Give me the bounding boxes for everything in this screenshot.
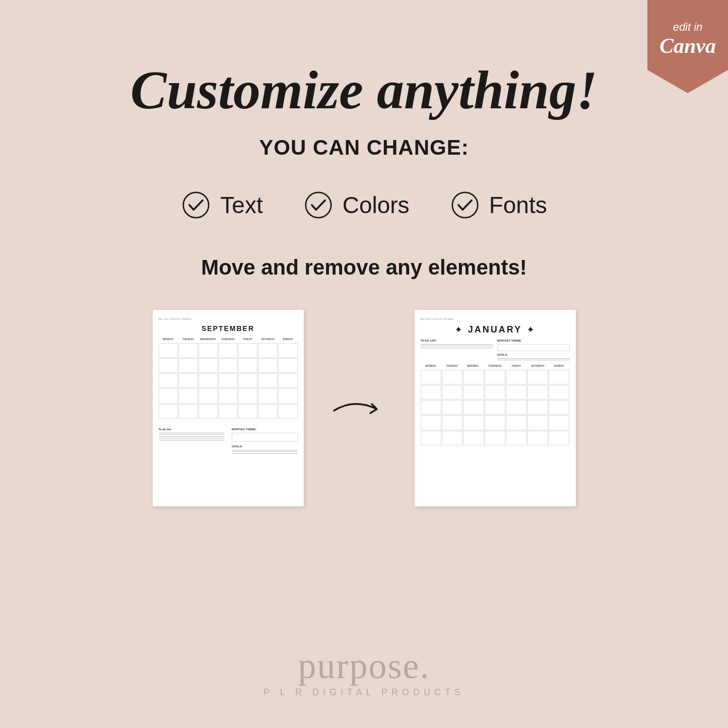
- cal-cell: [178, 404, 198, 419]
- sparkle-right: ✦: [527, 325, 535, 335]
- cal-cell: [159, 404, 178, 419]
- cal-cell: [258, 404, 278, 419]
- cal-cell: [218, 343, 238, 358]
- cal-line: [232, 450, 298, 450]
- cal-cell: [442, 385, 462, 400]
- cal-day-mon: MONDAY: [159, 337, 178, 342]
- cal-day-thu: THURSDAY: [218, 337, 238, 342]
- before-days-header: MONDAY TUESDAY WEDNESDAY THURSDAY FRIDAY…: [159, 337, 298, 342]
- cal-cell: [238, 358, 258, 373]
- after-theme-label: MONTHLY THEME:: [497, 339, 570, 342]
- arrow-icon: [329, 393, 389, 423]
- cal-cell: [218, 373, 238, 388]
- cal-cell: [278, 343, 298, 358]
- before-todo-label: To-do list:: [159, 428, 225, 431]
- cal-cell: [198, 404, 218, 419]
- after-month-title: ✦ JANUARY ✦: [421, 324, 570, 335]
- after-calendar: My year Lifestyle Wellness ✦ JANUARY ✦ T…: [415, 310, 576, 506]
- before-theme-goals-section: MONTHLY THEME: GOALS:: [232, 428, 298, 454]
- cal-cell: [238, 373, 258, 388]
- before-goals-lines: [232, 450, 298, 454]
- cal-cell: [238, 388, 258, 403]
- cal-cell: [463, 431, 484, 445]
- check-item-text: Text: [181, 190, 262, 220]
- after-todo-lines: [421, 344, 493, 348]
- cal-cell: [506, 385, 526, 400]
- cal-cell: [506, 431, 526, 445]
- cal-day-sat: SATURDAY: [258, 337, 278, 342]
- cal-day-fri-after: FRIDAY: [506, 363, 526, 368]
- main-title: Customize anything!: [130, 60, 598, 120]
- before-month-title: SEPTEMBER: [159, 324, 298, 333]
- check-item-colors: Colors: [303, 190, 410, 220]
- check-icon-text: [181, 190, 211, 220]
- cal-cell: [463, 370, 484, 384]
- before-goals-label: GOALS:: [232, 445, 298, 448]
- check-label-text: Text: [220, 191, 262, 219]
- cal-day-fri: FRIDAY: [238, 337, 258, 342]
- cal-cell: [198, 373, 218, 388]
- cal-cell: [549, 431, 569, 445]
- main-container: edit in Canva Customize anything! YOU CA…: [0, 0, 728, 728]
- cal-cell: [527, 415, 548, 430]
- after-top-bar: My year Lifestyle Wellness: [421, 317, 570, 320]
- check-icon-colors: [303, 190, 334, 220]
- cal-day-thu-after: THURSDAY: [485, 363, 505, 368]
- before-todo-lines: [159, 433, 225, 440]
- cal-cell: [178, 373, 198, 388]
- cal-cell: [258, 388, 278, 403]
- cal-cell: [527, 370, 548, 384]
- cal-line: [159, 436, 225, 437]
- after-goals-lines: [497, 358, 570, 360]
- check-item-fonts: Fonts: [450, 190, 547, 220]
- svg-point-1: [305, 192, 330, 218]
- checklist-row: Text Colors Fonts: [181, 190, 547, 220]
- check-icon-fonts: [450, 190, 480, 220]
- after-goals-label: GOALS:: [497, 353, 570, 356]
- cal-cell: [159, 343, 178, 358]
- svg-point-0: [183, 192, 209, 218]
- cal-cell: [278, 404, 298, 419]
- brand-footer: purpose. P L R digital products: [263, 645, 465, 698]
- cal-cell: [258, 358, 278, 373]
- cal-cell: [485, 370, 505, 384]
- cal-cell: [549, 385, 569, 400]
- brand-tagline: P L R digital products: [263, 687, 465, 698]
- cal-cell: [218, 358, 238, 373]
- after-cal-grid: [421, 370, 570, 445]
- cal-cell: [159, 358, 178, 373]
- cal-cell: [278, 373, 298, 388]
- arrow-container: [329, 393, 389, 423]
- cal-cell: [421, 431, 441, 445]
- cal-cell: [238, 343, 258, 358]
- svg-point-2: [452, 192, 477, 218]
- cal-cell: [506, 400, 526, 415]
- before-calendar: My year Lifestyle Wellness SEPTEMBER MON…: [153, 310, 304, 506]
- cal-line: [159, 440, 225, 440]
- cal-cell: [258, 373, 278, 388]
- cal-day-sun: SUNDAY: [278, 337, 298, 342]
- cal-cell: [421, 415, 441, 430]
- cal-line: [497, 358, 570, 359]
- before-todo-section: To-do list:: [159, 428, 225, 454]
- cal-cell: [421, 400, 441, 415]
- cal-day-tue: TUESDAY: [178, 337, 198, 342]
- check-label-fonts: Fonts: [489, 191, 547, 219]
- cal-cell: [421, 385, 441, 400]
- canva-text: Canva: [659, 34, 716, 58]
- cal-cell: [442, 431, 462, 445]
- cal-cell: [506, 415, 526, 430]
- cal-cell: [463, 400, 484, 415]
- cal-cell: [442, 415, 462, 430]
- cal-cell: [218, 388, 238, 403]
- move-text: Move and remove any elements!: [201, 255, 527, 280]
- subtitle: YOU CAN CHANGE:: [259, 136, 469, 160]
- cal-cell: [159, 388, 178, 403]
- edit-in-text: edit in: [673, 21, 703, 34]
- cal-line: [159, 434, 225, 435]
- cal-cell: [549, 415, 569, 430]
- cal-cell: [178, 388, 198, 403]
- cal-cell: [549, 400, 569, 415]
- cal-cell: [527, 400, 548, 415]
- cal-cell: [178, 343, 198, 358]
